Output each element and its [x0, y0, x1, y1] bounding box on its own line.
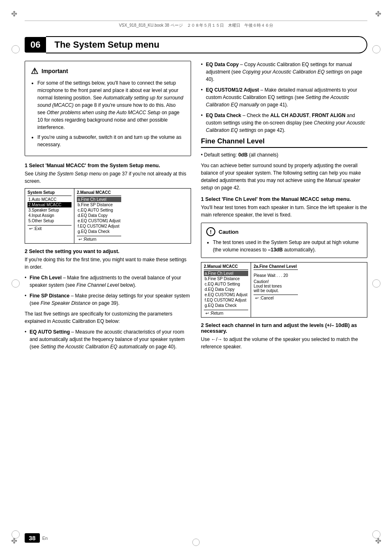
- corner-decoration-tl: ✤: [7, 7, 21, 21]
- screen1-left-item-3: 3.Speaker Setup: [28, 207, 71, 213]
- fine-channel-default: • Default setting: 0dB (all channels): [201, 151, 367, 159]
- bullet-eq-data-copy: EQ Data Copy – Copy Acoustic Calibration…: [201, 61, 367, 83]
- step2-right-heading: 2 Select each channel in turn and adjust…: [201, 322, 367, 334]
- top-bar: VSX_918_818_KU.book 38 ページ ２０８年５月１５日 木曜日…: [25, 21, 367, 28]
- caution-icon: !: [206, 227, 215, 236]
- step1-text: See Using the System Setup menu on page …: [25, 170, 191, 185]
- screen2-left-item-6: f.EQ CUSTOM2 Adjust: [204, 297, 248, 303]
- bullet-fine-sp-distance: Fine SP Distance – Make precise delay se…: [25, 292, 191, 307]
- screen2-left-item-7: g.EQ Data Check: [204, 303, 248, 308]
- warning-icon: ⚠: [31, 66, 38, 76]
- screen2-output-text: will be output.: [254, 288, 298, 293]
- screen2-left-item-1: a.Fine Ch Level: [204, 271, 248, 276]
- screen2-return-label: ↩︎ :Return: [205, 311, 224, 315]
- bullets-eq: EQ AUTO Setting – Measure the acoustic c…: [25, 328, 191, 350]
- screen1-return-label: ↩︎ :Return: [78, 237, 97, 242]
- bullets-eq-right: EQ Data Copy – Copy Acoustic Calibration…: [201, 61, 367, 134]
- important-item-2: If you're using a subwoofer, switch it o…: [37, 134, 185, 148]
- edge-circle-left-top: [12, 45, 20, 53]
- screen1-right: 2.Manual MCACC a.Fine Ch Level b.Fine SP…: [74, 189, 124, 243]
- chapter-number: 06: [25, 37, 46, 53]
- screen1-left: System Setup 1.Auto MCACC 2.Manual MCACC…: [25, 189, 74, 243]
- screen1-left-item-2: 2.Manual MCACC: [28, 202, 71, 207]
- bullet-eq-data-check: EQ Data Check – Check the ALL CH ADJUST,…: [201, 112, 367, 134]
- main-content: ⚠ Important For some of the settings bel…: [25, 61, 367, 522]
- edge-circle-right-mid: [372, 279, 380, 288]
- screen2-cancel-label: ↩︎ :Cancel: [255, 296, 274, 300]
- screen2-left-title: 2.Manual MCACC: [204, 264, 248, 270]
- edge-circle-left-mid: [12, 279, 20, 288]
- screen1-left-item-4: 4.Input Assign: [28, 213, 71, 218]
- corner-decoration-tr: ✤: [371, 7, 385, 21]
- last-five-text: The last five settings are specifically …: [25, 310, 191, 325]
- caution-box: ! Caution The test tones used in the Sys…: [201, 223, 367, 258]
- screen2-right-footer: ↩︎ :Cancel: [254, 295, 298, 300]
- screen1-right-item-2: b.Fine SP Distance: [77, 202, 121, 207]
- edge-circle-left-bot: [12, 530, 20, 539]
- step2-text: If you're doing this for the first time,…: [25, 256, 191, 271]
- screen1-right-item-3: c.EQ AUTO Setting: [77, 207, 121, 213]
- page-number: 38: [25, 533, 40, 543]
- edge-circle-right-top: [372, 45, 380, 53]
- important-list: For some of the settings below, you'll h…: [31, 79, 185, 148]
- page-number-area: 38 En: [25, 533, 48, 543]
- screen1-left-item-5: 5.Other Setup: [28, 218, 71, 223]
- bottom-center-decoration: [192, 539, 200, 546]
- step1-heading: 1 Select 'Manual MCACC' from the System …: [25, 163, 191, 168]
- fine-ch-step1-heading: 1 Select 'Fine Ch Level' from the Manual…: [201, 196, 367, 202]
- bullet-eq-custom-adjust: EQ CUSTOM1/2 Adjust – Make detailed manu…: [201, 86, 367, 108]
- screen1-left-footer: ↩︎ :Exit: [28, 225, 71, 231]
- screen2-wait-text: Please Wait . . . 20: [254, 273, 298, 278]
- important-item-1: For some of the settings below, you'll h…: [37, 79, 185, 131]
- screen2-left-item-3: c.EQ AUTO Setting: [204, 281, 248, 287]
- screen1-right-title: 2.Manual MCACC: [77, 190, 121, 196]
- important-box: ⚠ Important For some of the settings bel…: [25, 61, 191, 156]
- screen1-left-item-1: 1.Auto MCACC: [28, 197, 71, 202]
- bullet-fine-ch-level: Fine Ch Level – Make fine adjustments to…: [25, 274, 191, 289]
- screen1-right-item-4: d.EQ Data Copy: [77, 213, 121, 218]
- screen1-right-item-6: f.EQ CUSTOM2 Adjust: [77, 223, 121, 229]
- chapter-header: 06 The System Setup menu: [25, 36, 367, 53]
- step2-heading: 2 Select the setting you want to adjust.: [25, 249, 191, 254]
- chapter-title: The System Setup menu: [46, 36, 367, 53]
- caution-label: Caution: [219, 229, 238, 235]
- screen1-right-footer: ↩︎ :Return: [77, 236, 121, 242]
- screen1-left-title: System Setup: [28, 190, 71, 196]
- screen2-loud-text: Loud test tones: [254, 284, 298, 288]
- bullet-eq-auto: EQ AUTO Setting – Measure the acoustic c…: [25, 328, 191, 350]
- caution-item-1: The test tones used in the System Setup …: [213, 239, 362, 253]
- screen1-right-item-5: e.EQ CUSTOM1 Adjust: [77, 218, 121, 223]
- screen2-left-item-4: d.EQ Data Copy: [204, 287, 248, 292]
- caution-list: The test tones used in the System Setup …: [206, 239, 362, 253]
- edge-circle-right-bot: [372, 530, 380, 539]
- important-header: ⚠ Important: [31, 66, 185, 76]
- screen1-right-item-1: a.Fine Ch Level: [77, 197, 121, 202]
- page-lang: En: [42, 536, 48, 541]
- left-column: ⚠ Important For some of the settings bel…: [25, 61, 191, 522]
- screen2-right-title: 2a.Fine Channel Level: [254, 264, 298, 270]
- right-column: EQ Data Copy – Copy Acoustic Calibration…: [201, 61, 367, 522]
- screen2-left-item-2: b.Fine SP Distance: [204, 276, 248, 281]
- screen2-right: 2a.Fine Channel Level Please Wait . . . …: [251, 263, 300, 317]
- screen2-left-footer: ↩︎ :Return: [204, 310, 248, 315]
- fine-channel-level-heading: Fine Channel Level: [201, 137, 367, 148]
- screen1-mockup: System Setup 1.Auto MCACC 2.Manual MCACC…: [25, 188, 191, 244]
- caution-header: ! Caution: [206, 227, 362, 236]
- step2-right-text: Use ←/→ to adjust the volume of the spea…: [201, 336, 367, 350]
- screen1-right-item-7: g.EQ Data Check: [77, 229, 121, 234]
- fine-ch-step1-text: You'll hear test tones from each speaker…: [201, 204, 367, 219]
- important-label: Important: [42, 68, 68, 74]
- screen2-caution-text: Caution!: [254, 279, 298, 284]
- fine-channel-desc: You can achieve better surround sound by…: [201, 162, 367, 191]
- screen2-mockup: 2.Manual MCACC a.Fine Ch Level b.Fine SP…: [201, 262, 367, 318]
- screen2-left-item-5: e.EQ CUSTOM1 Adjust: [204, 292, 248, 297]
- screen1-exit-label: ↩︎ :Exit: [29, 226, 42, 231]
- bullets-main: Fine Ch Level – Make fine adjustments to…: [25, 274, 191, 307]
- top-bar-text: VSX_918_818_KU.book 38 ページ ２０８年５月１５日 木曜日…: [25, 23, 367, 28]
- screen2-left: 2.Manual MCACC a.Fine Ch Level b.Fine SP…: [201, 263, 251, 317]
